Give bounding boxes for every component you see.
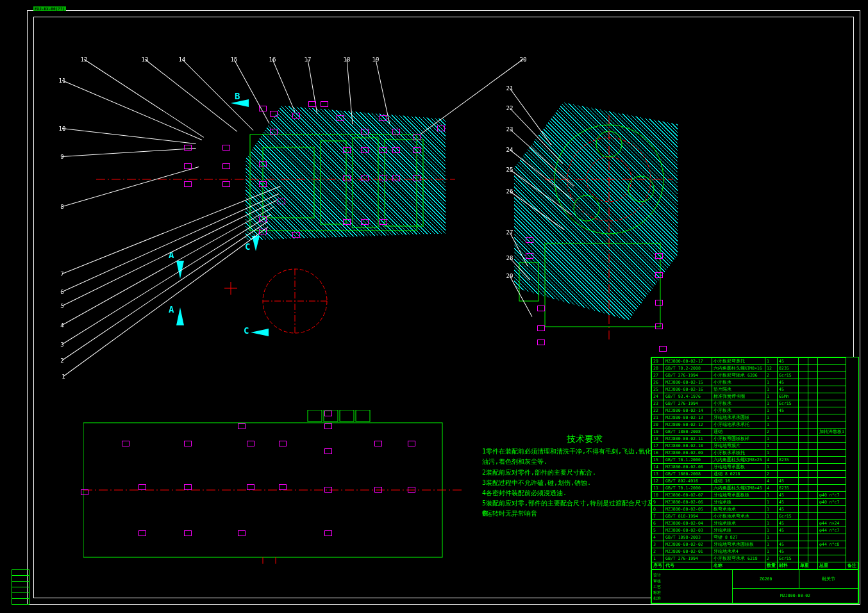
dim-node	[537, 306, 545, 311]
dim-node	[408, 487, 415, 493]
dim-node	[259, 217, 267, 222]
dim-node	[659, 346, 667, 352]
dim-node	[259, 106, 267, 111]
dim-node	[259, 229, 267, 234]
dim-node	[380, 147, 387, 153]
dim-node	[184, 441, 192, 446]
dim-node	[392, 129, 400, 135]
dim-node	[655, 272, 663, 278]
dim-node	[292, 113, 300, 119]
dim-node	[184, 530, 192, 536]
dim-node	[81, 489, 88, 495]
dim-node	[324, 411, 332, 416]
dim-node	[278, 199, 285, 204]
top-tag: EXJ-DX-00(??)	[33, 6, 66, 11]
dim-node	[184, 181, 192, 187]
dim-node	[361, 147, 369, 153]
dim-node	[259, 161, 267, 167]
dim-node	[247, 441, 255, 446]
dim-node	[270, 129, 278, 135]
dim-node	[247, 484, 255, 490]
dim-node	[292, 232, 300, 238]
dim-node	[537, 339, 545, 345]
section-a2: A	[169, 304, 174, 315]
side-legend	[12, 569, 29, 604]
dim-node	[380, 176, 387, 181]
dim-node	[392, 176, 400, 181]
dim-node	[222, 163, 230, 169]
dim-node	[408, 441, 415, 446]
section-b: B	[235, 91, 240, 101]
dim-node	[526, 253, 533, 259]
dim-node	[324, 530, 332, 536]
assembly-name: 耐关节	[799, 570, 858, 589]
dim-node	[184, 163, 192, 169]
dim-node	[308, 101, 316, 107]
dim-node	[324, 487, 332, 493]
dim-node	[184, 145, 192, 151]
dim-node	[238, 530, 246, 536]
dim-node	[413, 176, 421, 181]
dim-node	[380, 115, 387, 121]
dim-node	[321, 101, 328, 107]
dim-node	[138, 530, 146, 536]
drawing-number: MZJ800-00-02	[733, 589, 858, 603]
dim-node	[138, 484, 146, 490]
dim-node	[537, 325, 545, 331]
section-c2: C	[244, 325, 249, 336]
dim-node	[122, 441, 129, 446]
dim-node	[259, 181, 267, 187]
dim-node	[361, 176, 369, 181]
dim-node	[324, 448, 332, 454]
product-model: ZG200	[733, 570, 799, 589]
dim-node	[437, 126, 445, 131]
dim-node	[380, 219, 387, 225]
dim-node	[655, 253, 663, 259]
dim-node	[343, 147, 351, 153]
dim-node	[655, 323, 663, 329]
dim-node	[279, 441, 287, 446]
dim-node	[222, 145, 230, 151]
dim-node	[655, 300, 663, 306]
dim-node	[324, 423, 332, 429]
dim-node	[343, 219, 351, 225]
dim-node	[184, 484, 192, 490]
dim-node	[374, 441, 382, 446]
dim-node	[337, 115, 344, 121]
dim-node	[270, 111, 278, 117]
dim-node	[343, 176, 351, 181]
req-title: 技术要求	[521, 434, 649, 444]
dim-node	[526, 237, 533, 243]
dim-node	[279, 484, 287, 490]
dim-node	[361, 129, 369, 135]
dim-node	[374, 487, 382, 493]
bom-table: 29MZJ800-00-02-17小牙板双弯鼻托14528GB/T 70.2-2…	[651, 357, 859, 604]
dim-node	[361, 219, 369, 225]
dim-node	[222, 181, 230, 187]
dim-node	[392, 147, 400, 153]
dim-node	[238, 423, 246, 429]
dim-node	[413, 147, 421, 153]
dim-node	[413, 135, 421, 140]
